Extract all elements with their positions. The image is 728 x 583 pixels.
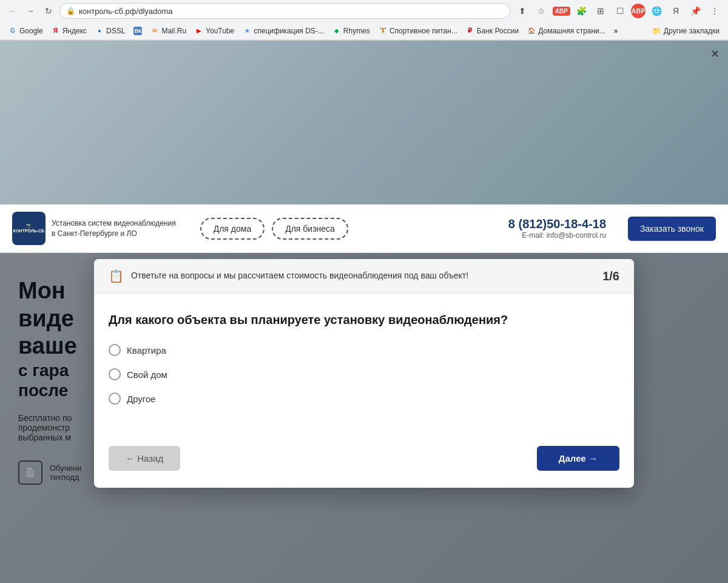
- page-main: Мон виде ваше с гара после Бесплатно по …: [0, 253, 728, 583]
- logo-text: Установка систем видеонаблюдения в Санкт…: [52, 218, 176, 239]
- ad-banner: ✕: [0, 41, 728, 204]
- email-info: E-mail: info@sb-control.ru: [508, 231, 606, 240]
- modal-header-icon: 📋: [109, 269, 124, 283]
- option-other[interactable]: Другое: [109, 393, 619, 405]
- next-button[interactable]: Далее →: [537, 446, 619, 471]
- bookmark-mail-label: Mail.Ru: [161, 27, 186, 35]
- yandex-favicon: Я: [52, 27, 60, 35]
- bookmark-yandex[interactable]: Я Яндекс: [48, 25, 90, 36]
- option-house[interactable]: Свой дом: [109, 368, 619, 380]
- bookmark-youtube-label: YouTube: [206, 27, 234, 35]
- rhymes-favicon: ◆: [332, 27, 341, 35]
- pin-button[interactable]: 📌: [687, 2, 704, 19]
- yandex-button[interactable]: Я: [667, 2, 684, 19]
- radio-house[interactable]: [109, 368, 121, 380]
- page-background: ✕ 📷 КОНТРОЛЬ-СБ Установка систем видеона…: [0, 41, 728, 583]
- email-address: info@sb-control.ru: [547, 231, 606, 240]
- site-logo: 📷 КОНТРОЛЬ-СБ Установка систем видеонабл…: [12, 212, 176, 245]
- extensions-button[interactable]: 🧩: [573, 2, 590, 19]
- option-apartment-label: Квартира: [127, 345, 166, 356]
- bank-favicon: ₽: [466, 27, 474, 35]
- bookmark-google-label: Google: [19, 27, 43, 35]
- modal-footer: ← Назад Далее →: [94, 436, 634, 488]
- ad-close-button[interactable]: ✕: [706, 45, 723, 62]
- forward-button[interactable]: →: [23, 4, 38, 18]
- globe-button[interactable]: 🌐: [648, 2, 665, 19]
- radio-other[interactable]: [109, 393, 121, 405]
- bookmark-specif-label: спецификация DS-...: [254, 27, 324, 35]
- lock-icon: 🔒: [66, 7, 75, 15]
- mail-favicon: ✉: [150, 27, 159, 35]
- vk-favicon: ВК: [133, 27, 142, 35]
- email-label: E-mail:: [522, 231, 544, 240]
- bookmarks-bar: G Google Я Яндекс ● DSSL ВК ✉ Mail.Ru ▶ …: [0, 22, 728, 40]
- modal-body: Для какого объекта вы планируете установ…: [94, 294, 634, 436]
- home-favicon: 🏠: [527, 27, 536, 35]
- bookmark-bank[interactable]: ₽ Банк России: [462, 25, 522, 36]
- menu-button[interactable]: ⋮: [706, 2, 723, 19]
- other-bookmarks-folder[interactable]: 📁 Другие закладки: [649, 25, 723, 36]
- logo-image: 📷 КОНТРОЛЬ-СБ: [12, 212, 46, 245]
- option-other-label: Другое: [127, 394, 156, 404]
- abp-badge[interactable]: ABP: [553, 7, 570, 16]
- puzzle-button[interactable]: ⊞: [592, 2, 609, 19]
- modal-header-text: Ответьте на вопросы и мы рассчитаем стои…: [131, 270, 595, 282]
- bookmark-home-label: Домашняя страни...: [538, 27, 605, 35]
- modal-question: Для какого объекта вы планируете установ…: [109, 313, 619, 327]
- bookmark-google[interactable]: G Google: [5, 25, 47, 36]
- url-text: контроль-сб.рф/dlyadoma: [79, 7, 504, 16]
- bookmark-yandex-label: Яндекс: [62, 27, 87, 35]
- nav-business-button[interactable]: Для бизнеса: [272, 218, 348, 240]
- quiz-modal: 📋 Ответьте на вопросы и мы рассчитаем ст…: [94, 259, 634, 488]
- share-button[interactable]: ⬆: [514, 2, 531, 19]
- site-header: 📷 КОНТРОЛЬ-СБ Установка систем видеонабл…: [0, 204, 728, 253]
- browser-chrome: ← → ↻ 🔒 контроль-сб.рф/dlyadoma ⬆ ☆ ABP …: [0, 0, 728, 41]
- folder-icon: 📁: [652, 27, 661, 35]
- other-bookmarks-label: Другие закладки: [664, 27, 720, 35]
- radio-apartment[interactable]: [109, 344, 121, 356]
- refresh-button[interactable]: ↻: [41, 4, 56, 18]
- logo-abbreviation: КОНТРОЛЬ-СБ: [13, 229, 44, 234]
- bookmark-sport-label: Спортивное питан...: [389, 27, 457, 35]
- sport-favicon: 🏋: [379, 27, 387, 35]
- google-favicon: G: [8, 27, 17, 35]
- bookmark-button[interactable]: ☆: [533, 2, 550, 19]
- window-button[interactable]: ☐: [612, 2, 629, 19]
- logo-text-line1: Установка систем видеонаблюдения: [52, 218, 176, 229]
- profile-avatar[interactable]: АВР: [631, 4, 645, 18]
- back-button[interactable]: ←: [5, 4, 19, 18]
- bookmark-rhymes[interactable]: ◆ Rhymes: [329, 25, 374, 36]
- bookmark-dssl-label: DSSL: [106, 27, 125, 35]
- contact-info: 8 (812)50-18-4-18 E-mail: info@sb-contro…: [508, 217, 606, 240]
- nav-home-button[interactable]: Для дома: [200, 218, 265, 240]
- bookmark-sport[interactable]: 🏋 Спортивное питан...: [375, 25, 461, 36]
- bookmark-vk[interactable]: ВК: [130, 25, 146, 36]
- dssl-favicon: ●: [95, 27, 104, 35]
- bookmark-home[interactable]: 🏠 Домашняя страни...: [524, 25, 609, 36]
- more-bookmarks-button[interactable]: »: [610, 25, 622, 36]
- bookmark-rhymes-label: Rhymes: [343, 27, 370, 35]
- phone-number: 8 (812)50-18-4-18: [508, 217, 606, 231]
- back-button[interactable]: ← Назад: [109, 446, 180, 471]
- bookmark-specif[interactable]: ★ спецификация DS-...: [239, 25, 328, 36]
- modal-header: 📋 Ответьте на вопросы и мы рассчитаем ст…: [94, 259, 634, 294]
- youtube-favicon: ▶: [195, 27, 203, 35]
- logo-text-line2: в Санкт-Петербурге и ЛО: [52, 229, 176, 239]
- specif-favicon: ★: [243, 27, 251, 35]
- option-house-label: Свой дом: [127, 369, 167, 380]
- modal-step-indicator: 1/6: [602, 269, 619, 283]
- bookmark-dssl[interactable]: ● DSSL: [92, 25, 129, 36]
- bookmark-bank-label: Банк России: [477, 27, 519, 35]
- order-call-button[interactable]: Заказать звонок: [628, 217, 716, 241]
- modal-overlay: 📋 Ответьте на вопросы и мы рассчитаем ст…: [0, 253, 728, 583]
- bookmark-mail[interactable]: ✉ Mail.Ru: [147, 25, 190, 36]
- address-bar[interactable]: 🔒 контроль-сб.рф/dlyadoma: [59, 3, 510, 19]
- site-nav: Для дома Для бизнеса: [200, 218, 348, 240]
- bookmark-youtube[interactable]: ▶ YouTube: [191, 25, 238, 36]
- browser-actions: ⬆ ☆ ABP 🧩 ⊞ ☐ АВР 🌐 Я 📌 ⋮: [514, 2, 723, 19]
- option-apartment[interactable]: Квартира: [109, 344, 619, 356]
